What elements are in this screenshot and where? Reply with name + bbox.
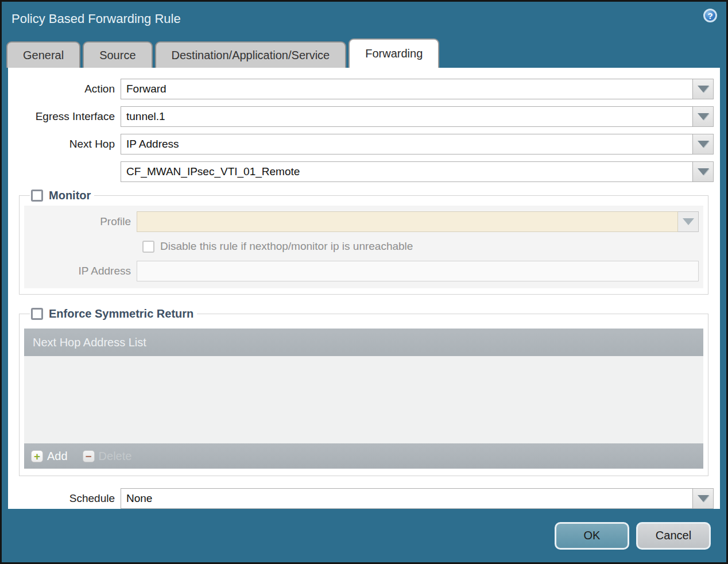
monitor-checkbox[interactable]	[31, 190, 43, 202]
schedule-dropdown-button[interactable]	[693, 488, 714, 509]
forwarding-tab-panel: Action Egress Interface Next Hop	[8, 68, 720, 509]
add-button[interactable]: + Add	[31, 450, 68, 463]
egress-interface-combo	[121, 106, 714, 127]
profile-label: Profile	[24, 215, 137, 228]
tab-source[interactable]: Source	[83, 41, 152, 68]
next-hop-address-list-body[interactable]	[24, 356, 703, 443]
next-hop-address-list-header-label: Next Hop Address List	[33, 336, 146, 349]
dialog-title: Policy Based Forwarding Rule	[11, 11, 181, 26]
next-hop-address-list-toolbar: + Add − Delete	[24, 443, 703, 469]
disable-rule-checkbox	[142, 241, 154, 253]
monitor-ip-address-row: IP Address	[24, 261, 703, 281]
tab-label: Forwarding	[365, 47, 423, 60]
next-hop-address-list-table: Next Hop Address List + Add − Delete	[24, 329, 703, 469]
minus-icon: −	[83, 450, 95, 462]
next-hop-address-combo	[121, 161, 714, 182]
disable-rule-label: Disable this rule if nexthop/monitor ip …	[160, 240, 413, 253]
egress-interface-label: Egress Interface	[8, 110, 121, 123]
next-hop-address-dropdown-button[interactable]	[693, 161, 714, 182]
disable-rule-check-group: Disable this rule if nexthop/monitor ip …	[142, 240, 413, 253]
next-hop-address-input[interactable]	[121, 161, 693, 182]
tab-bar: General Source Destination/Application/S…	[2, 36, 726, 68]
next-hop-address-row	[8, 161, 714, 182]
policy-based-forwarding-rule-dialog: Policy Based Forwarding Rule ? General S…	[0, 0, 728, 564]
schedule-label: Schedule	[8, 492, 121, 505]
action-combo	[121, 79, 714, 99]
next-hop-combo	[121, 134, 714, 154]
chevron-down-icon	[698, 168, 709, 175]
profile-input	[137, 211, 678, 232]
chevron-down-icon	[698, 495, 709, 502]
action-dropdown-button[interactable]	[693, 79, 714, 99]
profile-row: Profile	[24, 211, 703, 232]
help-icon[interactable]: ?	[703, 9, 717, 22]
chevron-down-icon	[683, 218, 694, 225]
action-label: Action	[8, 83, 121, 95]
profile-combo	[137, 211, 699, 232]
egress-interface-dropdown-button[interactable]	[693, 106, 714, 127]
schedule-input[interactable]	[121, 488, 693, 509]
add-button-label: Add	[47, 450, 68, 463]
schedule-combo	[121, 488, 714, 509]
chevron-down-icon	[698, 141, 709, 148]
schedule-row: Schedule	[8, 488, 714, 509]
egress-interface-row: Egress Interface	[8, 106, 714, 127]
dialog-titlebar: Policy Based Forwarding Rule	[2, 2, 726, 36]
tab-label: Destination/Application/Service	[172, 49, 330, 62]
next-hop-row: Next Hop	[8, 134, 714, 154]
enforce-symmetric-return-fieldset: Enforce Symmetric Return Next Hop Addres…	[19, 307, 708, 476]
monitor-ip-address-input	[137, 261, 699, 281]
enforce-symmetric-return-checkbox[interactable]	[31, 308, 43, 320]
tab-label: Source	[99, 49, 135, 62]
delete-button: − Delete	[83, 450, 132, 463]
action-input[interactable]	[121, 79, 693, 99]
next-hop-address-list-header: Next Hop Address List	[24, 329, 703, 356]
next-hop-dropdown-button[interactable]	[693, 134, 714, 154]
delete-button-label: Delete	[99, 450, 132, 463]
tab-destination-application-service[interactable]: Destination/Application/Service	[155, 41, 347, 68]
egress-interface-input[interactable]	[121, 106, 693, 127]
plus-icon: +	[31, 450, 43, 462]
enforce-symmetric-return-legend-label: Enforce Symmetric Return	[49, 307, 193, 320]
enforce-symmetric-return-legend: Enforce Symmetric Return	[30, 307, 197, 320]
disable-rule-row: Disable this rule if nexthop/monitor ip …	[24, 240, 703, 253]
action-row: Action	[8, 79, 714, 99]
spacer	[8, 295, 714, 307]
monitor-legend-label: Monitor	[49, 189, 91, 202]
ok-button[interactable]: OK	[555, 522, 629, 550]
monitor-fieldset: Monitor Profile Disable this rule i	[19, 189, 708, 295]
dialog-footer: OK Cancel	[2, 509, 726, 562]
chevron-down-icon	[698, 86, 709, 92]
next-hop-label: Next Hop	[8, 138, 121, 150]
monitor-disabled-panel: Profile Disable this rule if nexthop/mon…	[24, 206, 703, 288]
profile-dropdown-button	[678, 211, 699, 232]
tab-forwarding[interactable]: Forwarding	[348, 38, 439, 68]
next-hop-type-input[interactable]	[121, 134, 693, 154]
tab-general[interactable]: General	[6, 41, 80, 68]
tab-label: General	[23, 49, 64, 62]
question-mark-glyph: ?	[707, 11, 712, 21]
monitor-ip-address-label: IP Address	[24, 265, 137, 277]
chevron-down-icon	[698, 113, 709, 120]
cancel-button[interactable]: Cancel	[636, 522, 711, 550]
monitor-ip-address-field	[137, 261, 699, 281]
monitor-legend: Monitor	[30, 189, 94, 202]
